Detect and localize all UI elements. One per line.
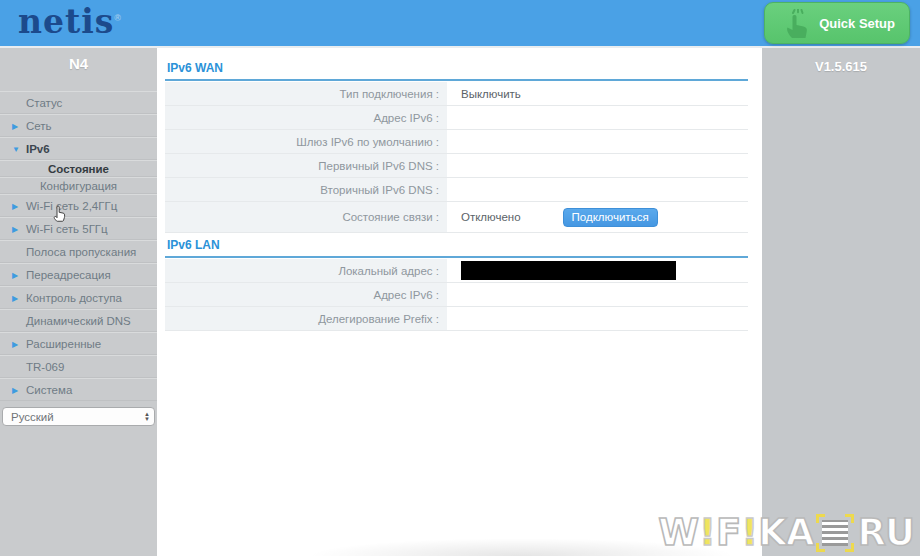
watermark-letter: F — [716, 511, 740, 554]
language-select[interactable]: Русский ▲▼ — [2, 407, 155, 426]
qr-code-icon — [818, 516, 852, 550]
sidebar-item-wi-fi-сеть-2-4ггц[interactable]: ▶Wi-Fi сеть 2,4ГГц — [0, 194, 157, 217]
router-admin-page: netis® Quick Setup N4 Статус▶Сеть▼IPv6Со… — [0, 0, 920, 558]
chevron-down-icon: ▼ — [12, 138, 20, 161]
row-value-text: Выключить — [461, 88, 521, 100]
row-label: Локальный адрес : — [165, 259, 447, 282]
sidebar-item-label: IPv6 — [26, 143, 50, 155]
right-panel: V1.5.615 — [762, 48, 920, 556]
language-select-value: Русский — [11, 411, 144, 423]
chevron-right-icon: ▶ — [12, 333, 18, 356]
row-label: Вторичный IPv6 DNS : — [165, 178, 447, 201]
sidebar-item-label: Полоса пропускания — [26, 246, 136, 258]
sidebar-item-система[interactable]: ▶Система — [0, 378, 157, 401]
wifika-watermark: W!F!KARU — [658, 511, 914, 554]
redacted-value — [461, 261, 676, 280]
table-row: Адрес IPv6 : — [165, 283, 748, 307]
sidebar-item-label: TR-069 — [26, 361, 64, 373]
row-label: Шлюз IPv6 по умолчанию : — [165, 130, 447, 153]
sidebar-item-ipv6[interactable]: ▼IPv6 — [0, 137, 157, 160]
chevron-right-icon: ▶ — [12, 115, 18, 138]
firmware-version: V1.5.615 — [762, 59, 920, 74]
watermark-letter: RU — [857, 511, 914, 554]
sidebar-item-label: Переадресация — [26, 269, 111, 281]
row-label: Адрес IPv6 : — [165, 283, 447, 306]
table-row: Локальный адрес : — [165, 259, 748, 283]
sidebar-item-полоса-пропускания[interactable]: Полоса пропускания — [0, 240, 157, 263]
row-label: Тип подключения : — [165, 82, 447, 105]
chevron-right-icon: ▶ — [12, 379, 18, 402]
sidebar-item-label: Система — [26, 384, 72, 396]
table-row: Делегирование Prefix : — [165, 307, 748, 331]
section-title: IPv6 LAN — [165, 233, 748, 256]
hand-snap-icon — [783, 9, 813, 41]
section-divider — [165, 79, 748, 81]
section-title: IPv6 WAN — [165, 56, 748, 79]
table-row: Состояние связи :ОтключеноПодключиться — [165, 202, 748, 233]
watermark-letter: KA — [758, 511, 813, 554]
sidebar-item-label: Расширенные — [26, 338, 101, 350]
sidebar-item-label: Конфигурация — [40, 180, 117, 192]
sidebar-item-label: Wi-Fi сеть 5ГГц — [26, 223, 108, 235]
sidebar-item-контроль-доступа[interactable]: ▶Контроль доступа — [0, 286, 157, 309]
main-content: IPv6 WANТип подключения :ВыключитьАдрес … — [157, 48, 762, 556]
sidebar-item-динамический-dns[interactable]: Динамический DNS — [0, 309, 157, 332]
row-label: Первичный IPv6 DNS : — [165, 154, 447, 177]
top-header: netis® Quick Setup — [0, 0, 920, 48]
section-divider — [165, 256, 748, 258]
sidebar-item-label: Контроль доступа — [26, 292, 122, 304]
sidebar-item-tr-069[interactable]: TR-069 — [0, 355, 157, 378]
watermark-letter: W — [658, 511, 698, 554]
row-label: Адрес IPv6 : — [165, 106, 447, 129]
select-stepper-icon: ▲▼ — [144, 412, 150, 422]
quick-setup-label: Quick Setup — [819, 16, 895, 31]
trademark-symbol: ® — [114, 13, 122, 23]
quick-setup-button[interactable]: Quick Setup — [764, 2, 910, 44]
watermark-letter: ! — [741, 511, 757, 554]
chevron-right-icon: ▶ — [12, 287, 18, 310]
sidebar-menu: Статус▶Сеть▼IPv6СостояниеКонфигурация▶Wi… — [0, 91, 157, 401]
row-value-text: Отключено — [461, 211, 521, 223]
sidebar-item-статус[interactable]: Статус — [0, 91, 157, 114]
sidebar-item-переадресация[interactable]: ▶Переадресация — [0, 263, 157, 286]
row-label: Делегирование Prefix : — [165, 307, 447, 330]
table-row: Тип подключения :Выключить — [165, 82, 748, 106]
chevron-right-icon: ▶ — [12, 218, 18, 241]
sidebar-item-wi-fi-сеть-5ггц[interactable]: ▶Wi-Fi сеть 5ГГц — [0, 217, 157, 240]
sidebar-item-label: Сеть — [26, 120, 52, 132]
row-value: Выключить — [447, 88, 748, 100]
sidebar-item-label: Динамический DNS — [26, 315, 131, 327]
netis-logo: netis® — [18, 2, 122, 41]
table-row: Адрес IPv6 : — [165, 106, 748, 130]
sidebar-item-label: Статус — [26, 97, 62, 109]
row-label: Состояние связи : — [165, 202, 447, 232]
table-row: Первичный IPv6 DNS : — [165, 154, 748, 178]
sidebar-item-label: Состояние — [48, 163, 109, 175]
chevron-right-icon: ▶ — [12, 264, 18, 287]
model-name: N4 — [0, 48, 157, 86]
row-value: ОтключеноПодключиться — [447, 208, 748, 227]
connect-button[interactable]: Подключиться — [563, 208, 658, 227]
sidebar-item-конфигурация[interactable]: Конфигурация — [0, 177, 157, 194]
sidebar-item-состояние[interactable]: Состояние — [0, 160, 157, 177]
sidebar-item-label: Wi-Fi сеть 2,4ГГц — [26, 200, 117, 212]
chevron-right-icon: ▶ — [12, 195, 18, 218]
table-row: Шлюз IPv6 по умолчанию : — [165, 130, 748, 154]
sidebar-item-расширенные[interactable]: ▶Расширенные — [0, 332, 157, 355]
watermark-letter: ! — [699, 511, 715, 554]
row-value — [447, 261, 748, 280]
sidebar-item-сеть[interactable]: ▶Сеть — [0, 114, 157, 137]
sidebar: N4 Статус▶Сеть▼IPv6СостояниеКонфигурация… — [0, 48, 157, 556]
table-row: Вторичный IPv6 DNS : — [165, 178, 748, 202]
